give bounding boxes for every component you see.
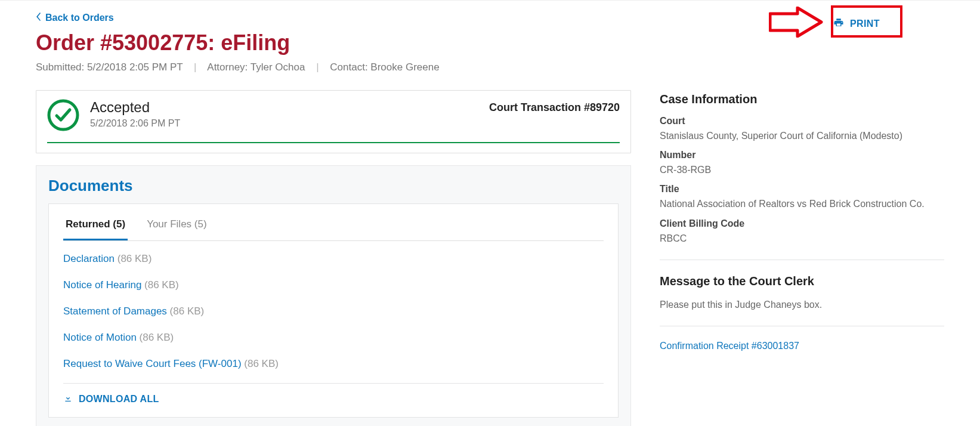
- court-label: Court: [660, 116, 944, 126]
- documents-heading: Documents: [48, 177, 619, 195]
- list-divider: [63, 383, 604, 384]
- title-label: Title: [660, 184, 944, 195]
- attorney-value: Tyler Ochoa: [251, 61, 305, 73]
- status-title: Accepted: [90, 99, 478, 116]
- message-body: Please put this in Judge Chaneys box.: [660, 298, 944, 311]
- file-link[interactable]: Statement of Damages: [63, 305, 167, 317]
- chevron-left-icon: [36, 13, 42, 23]
- tab-your-files[interactable]: Your Files (5): [144, 209, 209, 240]
- documents-section: Documents Returned (5) Your Files (5) De…: [36, 165, 631, 426]
- case-info-heading: Case Information: [660, 92, 944, 106]
- print-label: PRINT: [850, 18, 880, 29]
- file-size: (86 KB): [118, 253, 152, 264]
- file-size: (86 KB): [144, 279, 179, 291]
- number-label: Number: [660, 150, 944, 160]
- order-meta: Submitted: 5/2/2018 2:05 PM PT | Attorne…: [36, 61, 944, 73]
- confirmation-receipt-link[interactable]: Confirmation Receipt #63001837: [660, 341, 944, 351]
- contact-value: Brooke Greene: [370, 61, 439, 73]
- side-divider: [660, 326, 944, 326]
- tab-returned[interactable]: Returned (5): [63, 209, 128, 240]
- file-link[interactable]: Request to Waive Court Fees (FW-001): [63, 358, 242, 369]
- list-item: Request to Waive Court Fees (FW-001) (86…: [63, 351, 604, 377]
- file-link[interactable]: Notice of Hearing: [63, 279, 141, 291]
- file-size: (86 KB): [244, 358, 279, 369]
- status-card: Accepted 5/2/2018 2:06 PM PT Court Trans…: [36, 90, 631, 153]
- court-value: Stanislaus County, Superior Court of Cal…: [660, 129, 944, 143]
- back-label: Back to Orders: [45, 13, 114, 23]
- billing-label: Client Billing Code: [660, 218, 944, 229]
- submitted-label: Submitted:: [36, 61, 87, 73]
- message-heading: Message to the Court Clerk: [660, 274, 944, 288]
- submitted-value: 5/2/2018 2:05 PM PT: [87, 61, 183, 73]
- back-to-orders-link[interactable]: Back to Orders: [36, 13, 114, 23]
- annotation-arrow: [769, 7, 824, 38]
- list-item: Declaration (86 KB): [63, 246, 604, 272]
- download-all-button[interactable]: DOWNLOAD ALL: [63, 393, 159, 405]
- billing-value: RBCC: [660, 231, 944, 245]
- title-value: National Association of Realtors vs Red …: [660, 197, 944, 211]
- print-button[interactable]: PRINT: [817, 9, 896, 39]
- file-size: (86 KB): [170, 305, 205, 317]
- file-list: Declaration (86 KB) Notice of Hearing (8…: [63, 246, 604, 377]
- list-item: Statement of Damages (86 KB): [63, 298, 604, 325]
- contact-label: Contact:: [330, 61, 370, 73]
- file-link[interactable]: Notice of Motion: [63, 332, 137, 343]
- file-link[interactable]: Declaration: [63, 253, 115, 264]
- number-value: CR-38-RGB: [660, 163, 944, 177]
- accepted-icon: [47, 99, 79, 134]
- status-timestamp: 5/2/2018 2:06 PM PT: [90, 118, 478, 129]
- list-item: Notice of Motion (86 KB): [63, 325, 604, 351]
- print-icon: [833, 17, 844, 30]
- list-item: Notice of Hearing (86 KB): [63, 272, 604, 298]
- document-tabs: Returned (5) Your Files (5): [63, 209, 604, 241]
- status-divider: [47, 142, 620, 143]
- court-transaction: Court Transaction #89720: [489, 101, 620, 114]
- file-size: (86 KB): [140, 332, 174, 343]
- side-divider: [660, 260, 944, 260]
- attorney-label: Attorney:: [207, 61, 250, 73]
- download-icon: [63, 393, 73, 405]
- download-all-label: DOWNLOAD ALL: [79, 394, 159, 405]
